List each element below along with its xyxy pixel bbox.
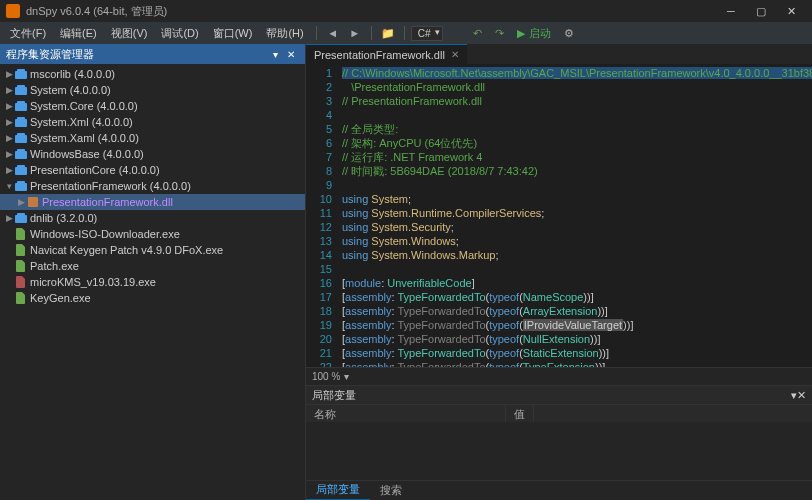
minimize-button[interactable]: ─	[716, 1, 746, 21]
code-line[interactable]: [assembly: TypeForwardedTo(typeof(NullEx…	[338, 332, 812, 346]
tree-label: System.Xaml (4.0.0.0)	[30, 132, 139, 144]
menu-debug[interactable]: 调试(D)	[155, 24, 204, 43]
expand-icon[interactable]: ▶	[4, 133, 14, 143]
settings-icon[interactable]: ⚙	[559, 24, 579, 42]
nav-forward-button[interactable]: ►	[345, 24, 365, 42]
tree-node[interactable]: ▶PresentationCore (4.0.0.0)	[0, 162, 305, 178]
panel-dropdown-icon[interactable]: ▾	[267, 46, 283, 62]
assembly-explorer-panel: 程序集资源管理器 ▾ ✕ ▶mscorlib (4.0.0.0)▶System …	[0, 44, 306, 500]
tree-node[interactable]: ▶System.Xml (4.0.0.0)	[0, 114, 305, 130]
zoom-level[interactable]: 100 %	[312, 371, 340, 382]
code-line[interactable]: // PresentationFramework.dll	[338, 94, 812, 108]
svg-rect-5	[17, 101, 25, 104]
code-editor[interactable]: 123456789101112131415161718192021222324 …	[306, 64, 812, 367]
tree-node[interactable]: ▶dnlib (3.2.0.0)	[0, 210, 305, 226]
menu-view[interactable]: 视图(V)	[105, 24, 154, 43]
tree-label: microKMS_v19.03.19.exe	[30, 276, 156, 288]
code-line[interactable]: // 运行库: .NET Framework 4	[338, 150, 812, 164]
expand-icon[interactable]: ▾	[4, 181, 14, 191]
editor-tab[interactable]: PresentationFramework.dll ✕	[306, 44, 467, 64]
undo-icon[interactable]: ↶	[467, 24, 487, 42]
code-line[interactable]	[338, 262, 812, 276]
code-line[interactable]	[338, 108, 812, 122]
tree-label: Navicat Keygen Patch v4.9.0 DFoX.exe	[30, 244, 223, 256]
tree-label: Windows-ISO-Downloader.exe	[30, 228, 180, 240]
tree-node[interactable]: ▶WindowsBase (4.0.0.0)	[0, 146, 305, 162]
language-dropdown[interactable]: C#	[411, 26, 444, 41]
locals-title: 局部变量	[312, 388, 356, 403]
code-line[interactable]: [assembly: TypeForwardedTo(typeof(NameSc…	[338, 290, 812, 304]
code-line[interactable]	[338, 178, 812, 192]
tree-node[interactable]: ▶mscorlib (4.0.0.0)	[0, 66, 305, 82]
bottom-tab-search[interactable]: 搜索	[370, 481, 412, 500]
svg-rect-17	[15, 215, 27, 223]
code-line[interactable]: using System.Security;	[338, 220, 812, 234]
expand-icon[interactable]: ▶	[16, 197, 26, 207]
code-line[interactable]: [assembly: TypeForwardedTo(typeof(Static…	[338, 346, 812, 360]
expand-icon[interactable]: ▶	[4, 149, 14, 159]
code-line[interactable]: // 全局类型:	[338, 122, 812, 136]
tree-node[interactable]: ▾PresentationFramework (4.0.0.0)	[0, 178, 305, 194]
menu-window[interactable]: 窗口(W)	[207, 24, 259, 43]
bottom-tab-locals[interactable]: 局部变量	[306, 480, 370, 500]
locals-col-name[interactable]: 名称	[306, 405, 506, 422]
code-line[interactable]: // C:\Windows\Microsoft.Net\assembly\GAC…	[338, 66, 812, 80]
menu-help[interactable]: 帮助(H)	[260, 24, 309, 43]
tree-node[interactable]: Windows-ISO-Downloader.exe	[0, 226, 305, 242]
titlebar: dnSpy v6.0.4 (64-bit, 管理员) ─ ▢ ✕	[0, 0, 812, 22]
redo-icon[interactable]: ↷	[489, 24, 509, 42]
tree-node[interactable]: Navicat Keygen Patch v4.9.0 DFoX.exe	[0, 242, 305, 258]
menu-file[interactable]: 文件(F)	[4, 24, 52, 43]
svg-rect-9	[17, 133, 25, 136]
code-line[interactable]: \PresentationFramework.dll	[338, 80, 812, 94]
code-line[interactable]: // 时间戳: 5B694DAE (2018/8/7 7:43:42)	[338, 164, 812, 178]
menubar: 文件(F) 编辑(E) 视图(V) 调试(D) 窗口(W) 帮助(H) ◄ ► …	[0, 22, 812, 44]
zoom-dropdown-icon[interactable]: ▾	[344, 371, 349, 382]
tree-node[interactable]: ▶System (4.0.0.0)	[0, 82, 305, 98]
code-line[interactable]: using System;	[338, 192, 812, 206]
code-line[interactable]: using System.Runtime.CompilerServices;	[338, 206, 812, 220]
svg-rect-3	[17, 85, 25, 88]
expand-icon[interactable]: ▶	[4, 165, 14, 175]
file-icon	[14, 260, 28, 272]
tree-node[interactable]: microKMS_v19.03.19.exe	[0, 274, 305, 290]
code-line[interactable]: using System.Windows.Markup;	[338, 248, 812, 262]
tree-node[interactable]: ▶PresentationFramework.dll	[0, 194, 305, 210]
expand-icon[interactable]: ▶	[4, 213, 14, 223]
assembly-tree[interactable]: ▶mscorlib (4.0.0.0)▶System (4.0.0.0)▶Sys…	[0, 64, 305, 500]
locals-body	[306, 422, 812, 480]
code-line[interactable]: [module: UnverifiableCode]	[338, 276, 812, 290]
panel-close-icon[interactable]: ✕	[283, 46, 299, 62]
maximize-button[interactable]: ▢	[746, 1, 776, 21]
tree-node[interactable]: ▶System.Xaml (4.0.0.0)	[0, 130, 305, 146]
menu-edit[interactable]: 编辑(E)	[54, 24, 103, 43]
tree-node[interactable]: Patch.exe	[0, 258, 305, 274]
panel-title: 程序集资源管理器	[6, 47, 94, 62]
code-line[interactable]: using System.Windows;	[338, 234, 812, 248]
tree-node[interactable]: KeyGen.exe	[0, 290, 305, 306]
code-area[interactable]: // C:\Windows\Microsoft.Net\assembly\GAC…	[338, 64, 812, 367]
tree-label: System (4.0.0.0)	[30, 84, 111, 96]
tree-label: PresentationFramework (4.0.0.0)	[30, 180, 191, 192]
nav-back-button[interactable]: ◄	[323, 24, 343, 42]
play-icon: ▶	[517, 27, 525, 40]
code-line[interactable]: // 架构: AnyCPU (64位优先)	[338, 136, 812, 150]
locals-col-value[interactable]: 值	[506, 405, 534, 422]
code-line[interactable]: [assembly: TypeForwardedTo(typeof(TypeEx…	[338, 360, 812, 367]
tree-node[interactable]: ▶System.Core (4.0.0.0)	[0, 98, 305, 114]
open-icon[interactable]: 📁	[378, 24, 398, 42]
svg-rect-7	[17, 117, 25, 120]
code-line[interactable]: [assembly: TypeForwardedTo(typeof(ArrayE…	[338, 304, 812, 318]
svg-rect-11	[17, 149, 25, 152]
start-button[interactable]: ▶启动	[511, 26, 557, 41]
expand-icon[interactable]: ▶	[4, 101, 14, 111]
tab-close-icon[interactable]: ✕	[451, 49, 459, 60]
svg-rect-10	[15, 151, 27, 159]
close-button[interactable]: ✕	[776, 1, 806, 21]
code-line[interactable]: [assembly: TypeForwardedTo(typeof(IProvi…	[338, 318, 812, 332]
expand-icon[interactable]: ▶	[4, 117, 14, 127]
svg-rect-8	[15, 135, 27, 143]
expand-icon[interactable]: ▶	[4, 69, 14, 79]
expand-icon[interactable]: ▶	[4, 85, 14, 95]
locals-close-icon[interactable]: ✕	[797, 389, 806, 402]
